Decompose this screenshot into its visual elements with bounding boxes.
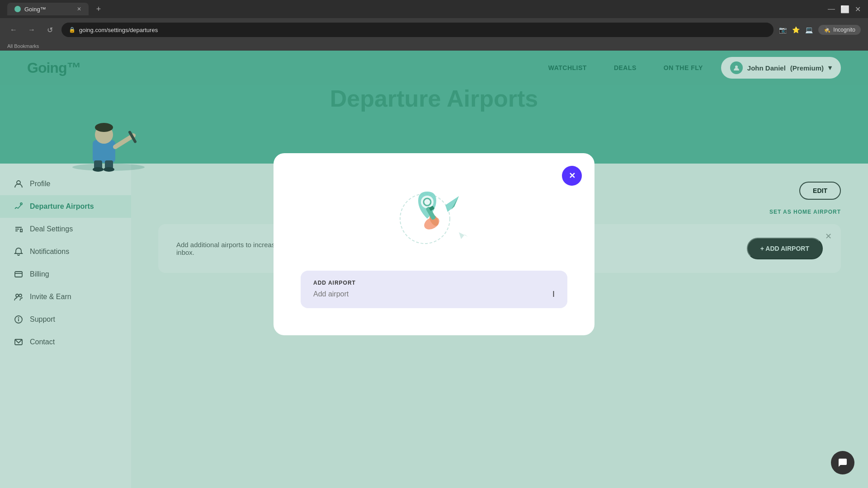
maximize-button[interactable]: ⬜	[840, 5, 849, 14]
text-cursor: I	[552, 290, 555, 299]
modal-close-button[interactable]: ✕	[562, 166, 582, 186]
url-text: going.com/settings/departures	[79, 27, 158, 33]
airport-input-label: ADD AIRPORT	[313, 280, 555, 286]
modal-overlay: ✕ ADD AIRPORT	[0, 0, 868, 488]
modal-illustration	[389, 180, 479, 253]
bookmarks-bar: All Bookmarks	[0, 42, 868, 51]
browser-toolbar: ← → ↺ 🔒 going.com/settings/departures 📷 …	[0, 18, 868, 42]
airport-input-group[interactable]: ADD AIRPORT I	[301, 271, 567, 308]
refresh-button[interactable]: ↺	[43, 23, 56, 36]
tab-favicon	[14, 6, 21, 12]
minimize-button[interactable]: —	[828, 5, 835, 14]
browser-chrome: Going™ ✕ + — ⬜ ✕ ← → ↺ 🔒 going.com/setti…	[0, 0, 868, 51]
tab-close-button[interactable]: ✕	[77, 6, 81, 12]
window-controls: — ⬜ ✕	[828, 5, 861, 14]
chat-button[interactable]	[831, 451, 854, 474]
svg-marker-32	[459, 232, 468, 239]
toolbar-actions: 📷 ⭐ 💻 🕵 Incognito	[779, 25, 861, 35]
tab-title: Going™	[24, 6, 46, 13]
incognito-label: Incognito	[833, 27, 855, 33]
back-button[interactable]: ←	[7, 23, 20, 36]
close-window-button[interactable]: ✕	[855, 5, 861, 14]
incognito-icon: 🕵	[824, 27, 830, 33]
forward-button[interactable]: →	[25, 23, 38, 36]
bookmarks-label: All Bookmarks	[7, 43, 39, 49]
add-airport-modal: ✕ ADD AIRPORT	[274, 153, 594, 335]
new-tab-button[interactable]: +	[92, 3, 105, 15]
svg-marker-26	[445, 196, 459, 212]
device-icon: 💻	[805, 26, 813, 33]
airport-search-input[interactable]	[313, 290, 551, 298]
camera-off-icon: 📷	[779, 26, 787, 33]
lock-icon: 🔒	[69, 27, 75, 33]
address-bar[interactable]: 🔒 going.com/settings/departures	[61, 23, 774, 37]
browser-tab[interactable]: Going™ ✕	[7, 3, 89, 15]
browser-titlebar: Going™ ✕ + — ⬜ ✕	[0, 0, 868, 18]
incognito-indicator: 🕵 Incognito	[818, 25, 861, 35]
bookmark-icon[interactable]: ⭐	[792, 26, 800, 33]
